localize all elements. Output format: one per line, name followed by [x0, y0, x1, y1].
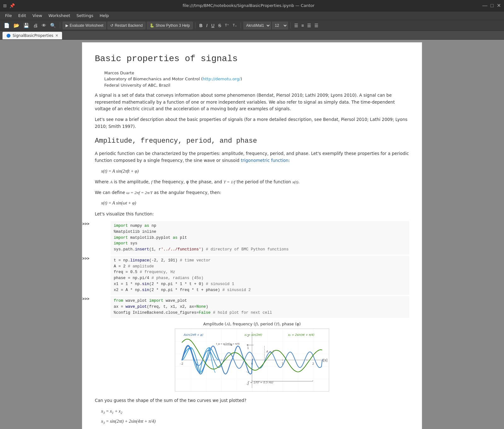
evaluate-icon: ▶ — [66, 23, 68, 28]
main-area: Basic properties of signals Marcos Duart… — [0, 40, 504, 429]
notebook-title: Basic properties of signals — [95, 52, 409, 66]
demotu-link[interactable]: http://demotu.org/ — [203, 77, 241, 81]
omega-intro: We can define ω = 2πf = 2π/T as the angu… — [95, 189, 409, 196]
svg-text:-2: -2 — [180, 362, 183, 365]
strikethrough-button[interactable]: S — [217, 22, 222, 29]
notebook-tab-icon: 🔵 — [6, 34, 11, 38]
underline-button[interactable]: U — [210, 22, 216, 29]
notebook-tab-label: SignalBasicProperties — [13, 33, 53, 38]
tabbar: 🔵 SignalBasicProperties ✕ — [0, 31, 504, 40]
svg-text:T = 1/f(f = 0.5 Hz): T = 1/f(f = 0.5 Hz) — [247, 381, 273, 384]
svg-text:x₁ = sin(2πt): x₁ = sin(2πt) — [244, 333, 262, 336]
separator-3 — [241, 22, 241, 29]
prompt-3: >>> — [82, 296, 89, 302]
plot-title: Amplitude (A), frequency (f), period (T)… — [95, 321, 409, 327]
code-block-1[interactable]: import numpy as np %matplotlib inline im… — [111, 221, 409, 255]
restart-icon: ↺ — [110, 23, 113, 28]
author-name: Marcos Duarte — [104, 70, 409, 76]
svg-text:Asin(2πft + φ): Asin(2πft + φ) — [183, 333, 203, 336]
python-icon: 🐍 — [150, 23, 154, 28]
python-help-button[interactable]: 🐍 Show Python 3 Help — [147, 22, 193, 29]
section1-heading: Amplitude, frequency, period, and phase — [95, 135, 409, 146]
code-block-2[interactable]: t = np.linspace(-2, 2, 101) # time vecto… — [111, 256, 409, 295]
window-title: file:///tmp/BMC/notebooks/SignalBasicPro… — [15, 3, 483, 8]
formula-3: x3 = x1 + x2 — [101, 408, 409, 416]
subscript-button[interactable]: T₊ — [232, 22, 238, 29]
maximize-button[interactable]: □ — [490, 3, 494, 9]
formula-desc: Where A is the amplitude, f the frequenc… — [95, 179, 409, 186]
tab-close-button[interactable]: ✕ — [55, 33, 58, 38]
section1-para1: A periodic function can be characterized… — [95, 150, 409, 164]
notebook: Basic properties of signals Marcos Duart… — [82, 42, 422, 429]
intro-para-2: Let's see now a brief description about … — [95, 116, 409, 130]
menu-edit[interactable]: Edit — [16, 13, 29, 19]
svg-text:2: 2 — [312, 362, 314, 365]
align-right-button[interactable]: ☰ — [306, 22, 312, 29]
menu-file[interactable]: File — [3, 13, 14, 19]
code-cell-2: >>> t = np.linspace(-2, 2, 101) # time v… — [95, 256, 409, 295]
svg-text:t_φ = φ/2πf(φ = π/4): t_φ = φ/2πf(φ = π/4) — [216, 342, 240, 345]
titlebar-left: ⊞ 📌 — [3, 3, 15, 8]
print-button[interactable]: 🖨 — [32, 22, 39, 29]
menubar: File Edit View Worksheet Settings Help — [0, 11, 504, 20]
align-justify-button[interactable]: ☰ — [313, 22, 319, 29]
toolbar: 📄 📂 💾 🖨 👁 🔍 ▶ Evaluate Worksheet ↺ Resta… — [0, 20, 504, 31]
save-button[interactable]: 💾 — [22, 22, 31, 29]
align-center-button[interactable]: ≡ — [301, 22, 305, 29]
visualize-text: Let's visualize this function: — [95, 211, 409, 218]
separator-1 — [60, 22, 60, 29]
window-controls: — □ ✕ — [482, 3, 501, 9]
superscript-button[interactable]: T⁺ — [224, 22, 230, 29]
formula-2: x(t) = A sin(ωt + φ) — [101, 200, 409, 207]
trigonometric-link[interactable]: trigonometric function — [241, 158, 288, 163]
code-block-3[interactable]: from wave_plot import wave_plot ax = wav… — [111, 296, 409, 317]
formula-1: x(t) = A sin(2πft + φ) — [101, 168, 409, 175]
italic-button[interactable]: I — [205, 22, 209, 29]
open-button[interactable]: 📂 — [12, 22, 21, 29]
prompt-2: >>> — [82, 256, 89, 262]
code-cell-3: >>> from wave_plot import wave_plot ax =… — [95, 296, 409, 317]
new-button[interactable]: 📄 — [3, 22, 11, 29]
close-button[interactable]: ✕ — [497, 3, 501, 9]
separator-4 — [290, 22, 291, 29]
restart-backend-button[interactable]: ↺ Restart Backend — [107, 22, 146, 29]
bold-button[interactable]: B — [198, 22, 204, 29]
intro-para-1: A signal is a set of data that conveys i… — [95, 92, 409, 112]
code-cell-1: >>> import numpy as np %matplotlib inlin… — [95, 221, 409, 255]
bottom-para-1: Can you guess the shape of the sum of th… — [95, 397, 409, 404]
notebook-tab[interactable]: 🔵 SignalBasicProperties ✕ — [3, 32, 62, 39]
menu-view[interactable]: View — [30, 13, 45, 19]
pin-icon[interactable]: 📌 — [9, 3, 15, 8]
separator-2 — [195, 22, 196, 29]
author-lab: Laboratory of Biomechanics and Motor Con… — [104, 76, 409, 82]
minimize-button[interactable]: — — [482, 3, 487, 9]
svg-text:x₂ = 2sin(πt + π/4): x₂ = 2sin(πt + π/4) — [288, 333, 314, 336]
svg-text:A = 2: A = 2 — [266, 350, 274, 353]
author-block: Marcos Duarte Laboratory of Biomechanics… — [104, 70, 409, 89]
font-size-select[interactable]: 12 — [272, 22, 288, 29]
svg-text:t[s]: t[s] — [322, 358, 328, 362]
titlebar: ⊞ 📌 file:///tmp/BMC/notebooks/SignalBasi… — [0, 0, 504, 11]
author-uni: Federal University of ABC, Brazil — [104, 82, 409, 89]
search-button[interactable]: 🔍 — [49, 22, 57, 29]
plot-container: Amplitude (A), frequency (f), period (T)… — [95, 321, 409, 393]
menu-worksheet[interactable]: Worksheet — [46, 13, 73, 19]
menu-settings[interactable]: Settings — [74, 13, 96, 19]
align-left-button[interactable]: ☰ — [293, 22, 299, 29]
prompt-1: >>> — [82, 221, 89, 227]
app-icon: ⊞ — [3, 3, 7, 8]
formula-4: x3 = sin(2πt) + 2sin(4πt + π/4) — [101, 418, 409, 426]
font-family-select[interactable]: AkrutiMal1 — [243, 22, 271, 29]
svg-text:1: 1 — [247, 346, 249, 350]
evaluate-worksheet-button[interactable]: ▶ Evaluate Worksheet — [63, 22, 106, 29]
plot-svg: -2 -1 0 1 2 t[s] 2 1 -1 -2 — [175, 329, 329, 393]
preview-button[interactable]: 👁 — [40, 22, 48, 29]
menu-help[interactable]: Help — [97, 13, 112, 19]
